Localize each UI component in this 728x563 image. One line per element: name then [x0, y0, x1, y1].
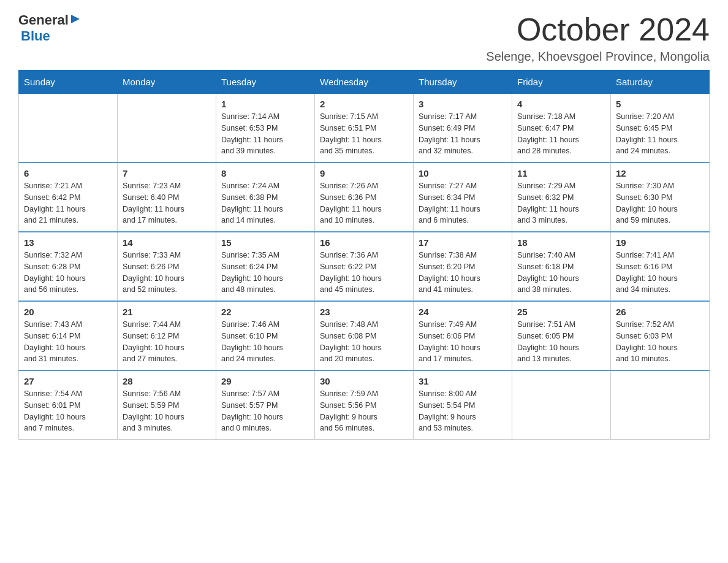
day-number: 20 [24, 307, 112, 317]
day-number: 17 [419, 237, 507, 248]
logo-blue-text: Blue [21, 28, 50, 44]
day-number: 13 [24, 237, 112, 248]
day-number: 27 [24, 376, 112, 386]
day-number: 26 [616, 307, 704, 317]
day-info: Sunrise: 7:21 AM Sunset: 6:42 PM Dayligh… [24, 180, 112, 226]
day-number: 14 [123, 237, 211, 248]
day-number: 16 [320, 237, 408, 248]
month-title: October 2024 [486, 12, 710, 47]
calendar-week-row: 27Sunrise: 7:54 AM Sunset: 6:01 PM Dayli… [19, 370, 710, 440]
table-row: 15Sunrise: 7:35 AM Sunset: 6:24 PM Dayli… [216, 232, 315, 301]
table-row: 17Sunrise: 7:38 AM Sunset: 6:20 PM Dayli… [414, 232, 512, 301]
day-number: 6 [24, 168, 112, 178]
table-row: 26Sunrise: 7:52 AM Sunset: 6:03 PM Dayli… [611, 301, 710, 370]
day-info: Sunrise: 7:14 AM Sunset: 6:53 PM Dayligh… [221, 111, 309, 157]
table-row: 25Sunrise: 7:51 AM Sunset: 6:05 PM Dayli… [512, 301, 611, 370]
day-number: 22 [221, 307, 309, 317]
day-number: 21 [123, 307, 211, 317]
day-number: 24 [419, 307, 507, 317]
day-number: 2 [320, 99, 408, 109]
day-info: Sunrise: 7:23 AM Sunset: 6:40 PM Dayligh… [123, 180, 211, 226]
header-monday: Monday [118, 71, 216, 94]
day-number: 1 [221, 99, 309, 109]
table-row: 7Sunrise: 7:23 AM Sunset: 6:40 PM Daylig… [118, 163, 216, 232]
day-info: Sunrise: 7:30 AM Sunset: 6:30 PM Dayligh… [616, 180, 704, 226]
table-row: 3Sunrise: 7:17 AM Sunset: 6:49 PM Daylig… [414, 94, 512, 163]
logo-general-text: General [18, 12, 69, 28]
day-info: Sunrise: 7:29 AM Sunset: 6:32 PM Dayligh… [517, 180, 605, 226]
header-sunday: Sunday [19, 71, 118, 94]
page-header: General Blue October 2024 Selenge, Khoev… [18, 12, 710, 64]
day-info: Sunrise: 7:15 AM Sunset: 6:51 PM Dayligh… [320, 111, 408, 157]
day-info: Sunrise: 7:41 AM Sunset: 6:16 PM Dayligh… [616, 250, 704, 296]
table-row: 13Sunrise: 7:32 AM Sunset: 6:28 PM Dayli… [19, 232, 118, 301]
calendar-header-row: Sunday Monday Tuesday Wednesday Thursday… [19, 71, 710, 94]
location-subtitle: Selenge, Khoevsgoel Province, Mongolia [486, 50, 710, 64]
table-row: 10Sunrise: 7:27 AM Sunset: 6:34 PM Dayli… [414, 163, 512, 232]
table-row: 28Sunrise: 7:56 AM Sunset: 5:59 PM Dayli… [118, 370, 216, 440]
table-row: 29Sunrise: 7:57 AM Sunset: 5:57 PM Dayli… [216, 370, 315, 440]
table-row: 9Sunrise: 7:26 AM Sunset: 6:36 PM Daylig… [315, 163, 414, 232]
day-info: Sunrise: 7:38 AM Sunset: 6:20 PM Dayligh… [419, 250, 507, 296]
day-info: Sunrise: 7:51 AM Sunset: 6:05 PM Dayligh… [517, 319, 605, 365]
table-row: 23Sunrise: 7:48 AM Sunset: 6:08 PM Dayli… [315, 301, 414, 370]
calendar-week-row: 1Sunrise: 7:14 AM Sunset: 6:53 PM Daylig… [19, 94, 710, 163]
header-tuesday: Tuesday [216, 71, 315, 94]
day-number: 11 [517, 168, 605, 178]
calendar-week-row: 6Sunrise: 7:21 AM Sunset: 6:42 PM Daylig… [19, 163, 710, 232]
table-row: 4Sunrise: 7:18 AM Sunset: 6:47 PM Daylig… [512, 94, 611, 163]
header-friday: Friday [512, 71, 611, 94]
day-number: 28 [123, 376, 211, 386]
day-info: Sunrise: 7:17 AM Sunset: 6:49 PM Dayligh… [419, 111, 507, 157]
table-row: 5Sunrise: 7:20 AM Sunset: 6:45 PM Daylig… [611, 94, 710, 163]
calendar-week-row: 13Sunrise: 7:32 AM Sunset: 6:28 PM Dayli… [19, 232, 710, 301]
table-row: 31Sunrise: 8:00 AM Sunset: 5:54 PM Dayli… [414, 370, 512, 440]
calendar-week-row: 20Sunrise: 7:43 AM Sunset: 6:14 PM Dayli… [19, 301, 710, 370]
day-number: 29 [221, 376, 309, 386]
table-row [19, 94, 118, 163]
logo: General Blue [18, 12, 81, 44]
table-row: 24Sunrise: 7:49 AM Sunset: 6:06 PM Dayli… [414, 301, 512, 370]
day-info: Sunrise: 7:32 AM Sunset: 6:28 PM Dayligh… [24, 250, 112, 296]
day-info: Sunrise: 7:57 AM Sunset: 5:57 PM Dayligh… [221, 388, 309, 434]
day-info: Sunrise: 7:43 AM Sunset: 6:14 PM Dayligh… [24, 319, 112, 365]
day-number: 5 [616, 99, 704, 109]
day-info: Sunrise: 7:44 AM Sunset: 6:12 PM Dayligh… [123, 319, 211, 365]
day-number: 31 [419, 376, 507, 386]
table-row: 19Sunrise: 7:41 AM Sunset: 6:16 PM Dayli… [611, 232, 710, 301]
table-row: 27Sunrise: 7:54 AM Sunset: 6:01 PM Dayli… [19, 370, 118, 440]
day-info: Sunrise: 7:20 AM Sunset: 6:45 PM Dayligh… [616, 111, 704, 157]
table-row: 1Sunrise: 7:14 AM Sunset: 6:53 PM Daylig… [216, 94, 315, 163]
day-number: 18 [517, 237, 605, 248]
table-row: 12Sunrise: 7:30 AM Sunset: 6:30 PM Dayli… [611, 163, 710, 232]
day-number: 10 [419, 168, 507, 178]
day-info: Sunrise: 7:48 AM Sunset: 6:08 PM Dayligh… [320, 319, 408, 365]
day-info: Sunrise: 7:18 AM Sunset: 6:47 PM Dayligh… [517, 111, 605, 157]
svg-marker-0 [71, 15, 80, 23]
day-info: Sunrise: 7:27 AM Sunset: 6:34 PM Dayligh… [419, 180, 507, 226]
table-row: 6Sunrise: 7:21 AM Sunset: 6:42 PM Daylig… [19, 163, 118, 232]
day-number: 8 [221, 168, 309, 178]
table-row [118, 94, 216, 163]
day-info: Sunrise: 7:56 AM Sunset: 5:59 PM Dayligh… [123, 388, 211, 434]
day-number: 4 [517, 99, 605, 109]
table-row [512, 370, 611, 440]
day-info: Sunrise: 8:00 AM Sunset: 5:54 PM Dayligh… [419, 388, 507, 434]
day-info: Sunrise: 7:49 AM Sunset: 6:06 PM Dayligh… [419, 319, 507, 365]
header-saturday: Saturday [611, 71, 710, 94]
day-number: 7 [123, 168, 211, 178]
day-info: Sunrise: 7:33 AM Sunset: 6:26 PM Dayligh… [123, 250, 211, 296]
day-number: 12 [616, 168, 704, 178]
day-info: Sunrise: 7:35 AM Sunset: 6:24 PM Dayligh… [221, 250, 309, 296]
day-info: Sunrise: 7:40 AM Sunset: 6:18 PM Dayligh… [517, 250, 605, 296]
day-number: 19 [616, 237, 704, 248]
day-number: 3 [419, 99, 507, 109]
day-number: 9 [320, 168, 408, 178]
title-section: October 2024 Selenge, Khoevsgoel Provinc… [486, 12, 710, 64]
table-row [611, 370, 710, 440]
table-row: 20Sunrise: 7:43 AM Sunset: 6:14 PM Dayli… [19, 301, 118, 370]
logo-triangle-icon [70, 13, 81, 25]
table-row: 18Sunrise: 7:40 AM Sunset: 6:18 PM Dayli… [512, 232, 611, 301]
table-row: 16Sunrise: 7:36 AM Sunset: 6:22 PM Dayli… [315, 232, 414, 301]
day-number: 25 [517, 307, 605, 317]
